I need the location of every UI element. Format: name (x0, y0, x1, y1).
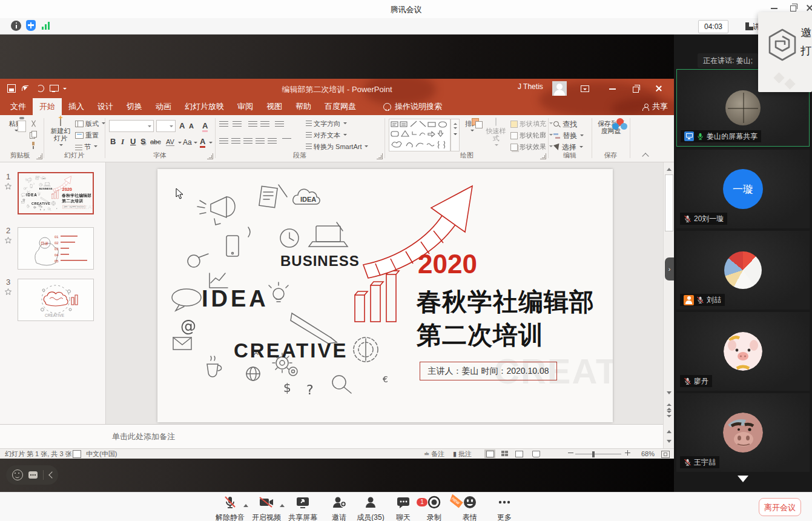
slide-sorter-view-icon[interactable] (499, 450, 510, 458)
zoom-out-icon[interactable] (568, 450, 573, 456)
quick-styles-button[interactable]: 快速样式 (483, 118, 509, 149)
shape-effects-button[interactable]: 形状效果 (510, 142, 553, 151)
ppt-close-icon[interactable] (654, 84, 664, 93)
arrange-button[interactable]: 排列 (461, 118, 482, 134)
participant-tile[interactable]: 王宇喆 (676, 393, 810, 472)
slideshow-view-icon[interactable] (530, 450, 541, 458)
unmute-button[interactable]: 解除静音 (212, 495, 248, 521)
ppt-restore-icon[interactable] (631, 84, 641, 93)
tab-review[interactable]: 审阅 (231, 98, 260, 115)
strikethrough-button[interactable]: abc (150, 138, 161, 145)
participant-tile[interactable]: 廖丹 (676, 312, 810, 391)
tab-insert[interactable]: 插入 (62, 98, 91, 115)
ppt-user-name[interactable]: J Thetis (518, 82, 543, 91)
increase-indent-icon[interactable] (260, 121, 269, 128)
smartart-button[interactable]: 转换为 SmartArt (306, 142, 368, 151)
overlay-popup[interactable]: 邀 打 (758, 12, 812, 92)
scroll-up-icon[interactable] (667, 165, 672, 171)
italic-button[interactable]: I (121, 137, 124, 147)
collapse-chevron-icon[interactable] (48, 471, 55, 478)
emoji-quick-icon[interactable] (12, 470, 23, 480)
ppt-minimize-icon[interactable] (608, 84, 618, 93)
shapes-gallery[interactable] (389, 119, 451, 151)
bold-button[interactable]: B (110, 137, 116, 146)
paragraph-dialog-launcher-icon[interactable] (377, 153, 383, 159)
video-options-icon[interactable] (280, 502, 285, 507)
notes-pane[interactable]: 单击此处添加备注 (0, 424, 663, 448)
section-button[interactable]: 节 (75, 142, 97, 151)
tab-home[interactable]: 开始 (33, 98, 62, 115)
participant-tile[interactable]: 一璇 20刘一璇 (676, 150, 810, 228)
shape-fill-button[interactable]: 形状填充 (510, 119, 553, 128)
meeting-security-icon[interactable] (26, 20, 36, 31)
slide-thumbnail-3[interactable]: CREATIVE (18, 279, 94, 321)
notes-placeholder[interactable]: 单击此处添加备注 (112, 431, 175, 442)
tab-design[interactable]: 设计 (91, 98, 120, 115)
invite-button[interactable]: 邀请 (321, 495, 357, 521)
shapes-gallery-scroll[interactable] (451, 119, 460, 151)
drawing-dialog-launcher-icon[interactable] (540, 153, 546, 159)
tab-transitions[interactable]: 切换 (120, 98, 149, 115)
replace-button[interactable]: 替换 (553, 131, 584, 141)
reset-button[interactable]: 重置 (75, 131, 99, 140)
main-slide[interactable]: @ $ ? € (157, 169, 613, 422)
spellcheck-icon[interactable] (73, 450, 81, 458)
paste-button[interactable]: 粘贴 (5, 118, 27, 134)
ppt-user-avatar[interactable] (552, 81, 567, 96)
tab-baidu-netdisk[interactable]: 百度网盘 (318, 98, 363, 115)
justify-icon[interactable] (256, 138, 265, 145)
shapes-scroll-up-icon[interactable] (454, 121, 457, 125)
align-left-icon[interactable] (219, 138, 228, 145)
normal-view-icon[interactable] (484, 450, 495, 458)
find-button[interactable]: 查找 (553, 119, 577, 130)
notes-toggle[interactable]: ≐ 备注 (418, 450, 444, 458)
leave-meeting-button[interactable]: 离开会议 (759, 498, 801, 516)
font-size-combo[interactable] (156, 120, 176, 132)
collapse-ribbon-icon[interactable] (643, 153, 649, 157)
numbering-icon[interactable] (233, 121, 242, 128)
zoom-percentage[interactable]: 68% (637, 450, 659, 458)
increase-font-icon[interactable]: A (179, 121, 185, 130)
char-spacing-button[interactable]: AV (166, 138, 174, 146)
floating-quick-bar[interactable] (6, 465, 58, 485)
font-color-button[interactable]: A (200, 137, 205, 148)
bullets-icon[interactable] (219, 121, 228, 128)
meeting-info-icon[interactable] (11, 21, 21, 31)
tab-slideshow[interactable]: 幻灯片放映 (178, 98, 231, 115)
new-slide-button[interactable]: 新建幻灯片 (48, 118, 73, 149)
shapes-more-icon[interactable] (454, 133, 457, 137)
layout-button[interactable]: 版式 (75, 119, 105, 128)
scroll-more-participants-icon[interactable] (738, 476, 748, 488)
slide-thumbnail-1[interactable]: @ $ ? € (18, 172, 94, 214)
notes-scroll-down-icon[interactable] (667, 440, 672, 445)
chat-quick-icon[interactable] (28, 471, 38, 479)
comments-toggle[interactable]: ▮ 批注 (453, 450, 472, 458)
close-icon[interactable] (805, 4, 812, 12)
restore-icon[interactable] (789, 4, 797, 12)
align-right-icon[interactable] (243, 138, 253, 145)
minimize-icon[interactable] (770, 4, 779, 12)
more-button[interactable]: 更多 (486, 495, 523, 521)
underline-button[interactable]: U (130, 137, 136, 146)
canvas-scrollbar[interactable] (663, 162, 674, 424)
text-shadow-button[interactable]: S (140, 137, 146, 146)
decrease-indent-icon[interactable] (248, 121, 257, 128)
columns-icon[interactable] (282, 138, 291, 145)
save-to-baidu-button[interactable]: 保存到百度网盘 (596, 118, 626, 134)
font-name-combo[interactable] (109, 120, 154, 132)
participant-tile[interactable]: 刘喆 (676, 231, 810, 310)
line-spacing-icon[interactable] (275, 121, 284, 128)
align-center-icon[interactable] (231, 138, 240, 145)
network-signal-icon[interactable] (42, 22, 51, 30)
scrollbar-thumb[interactable] (665, 174, 673, 231)
zoom-slider[interactable] (575, 454, 621, 454)
distribute-icon[interactable] (268, 138, 277, 145)
align-text-button[interactable]: 对齐文本 (306, 131, 347, 140)
fit-to-window-icon[interactable] (661, 451, 670, 458)
font-dialog-launcher-icon[interactable] (207, 153, 213, 159)
shape-outline-button[interactable]: 形状轮廓 (510, 131, 553, 140)
tab-help[interactable]: 帮助 (289, 98, 318, 115)
members-button[interactable]: 成员(35) (352, 495, 389, 521)
reading-view-icon[interactable] (513, 450, 524, 458)
tell-me-search[interactable]: 操作说明搜索 (383, 98, 442, 115)
